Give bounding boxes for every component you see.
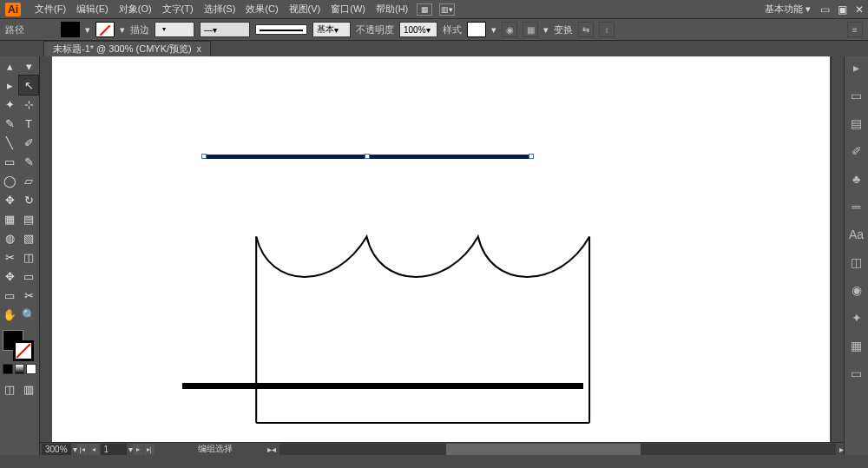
stroke-swatch[interactable] <box>95 22 115 37</box>
artboard-number-field[interactable]: 1 <box>101 444 127 455</box>
blob-brush-tool[interactable]: ◯ <box>0 171 19 190</box>
menu-edit[interactable]: 编辑(E) <box>71 3 114 16</box>
opacity-field[interactable]: 100% ▾ <box>399 22 437 37</box>
perspective-grid-tool[interactable]: ▧ <box>19 228 38 247</box>
free-transform-tool[interactable]: ▤ <box>19 209 38 228</box>
window-maximize[interactable]: ▣ <box>833 3 851 16</box>
canvas[interactable] <box>52 56 830 455</box>
fill-swatch[interactable] <box>61 22 80 37</box>
menu-type[interactable]: 文字(T) <box>157 3 199 16</box>
arrange-docs-icon[interactable]: ▦ <box>417 3 432 16</box>
panel-swatches-icon[interactable]: ▤ <box>849 115 865 131</box>
fill-menu-arrow[interactable]: ▾ <box>85 24 90 36</box>
align-icon[interactable]: ▦ <box>523 22 538 37</box>
panel-graphic-styles-icon[interactable]: ✦ <box>849 310 865 326</box>
control-menu-icon[interactable]: ≡ <box>847 22 863 37</box>
recolor-icon[interactable]: ◉ <box>502 22 517 37</box>
panel-paragraph-icon[interactable]: ◫ <box>849 254 865 270</box>
hscroll-left[interactable]: ◂ <box>272 445 276 454</box>
nav-first[interactable]: |◂ <box>77 444 88 455</box>
menu-file[interactable]: 文件(F) <box>30 3 71 16</box>
selection-handle-right[interactable] <box>529 154 534 159</box>
stroke-style-field[interactable]: 基本 ▾ <box>312 22 351 37</box>
document-tab[interactable]: 未标题-1* @ 300% (CMYK/预览) x <box>43 41 211 56</box>
document-title: 未标题-1* @ 300% (CMYK/预览) <box>53 43 192 56</box>
gradient-tool[interactable]: ◫ <box>19 247 38 267</box>
zoom-tool[interactable]: 🔍 <box>19 305 38 324</box>
bottom-bar-object[interactable] <box>182 383 583 389</box>
menu-object[interactable]: 对象(O) <box>114 3 157 16</box>
menu-window[interactable]: 窗口(W) <box>326 3 371 16</box>
transform-label[interactable]: 变换 <box>554 23 573 36</box>
rectangle-tool[interactable]: ✐ <box>19 133 38 152</box>
panel-symbols-icon[interactable]: ♣ <box>849 171 865 187</box>
screen-mode-icon[interactable]: ▥▾ <box>439 3 455 16</box>
fill-stroke-control[interactable] <box>0 327 38 362</box>
stroke-menu-arrow[interactable]: ▾ <box>120 24 125 36</box>
control-bar: 路径 ▾ ▾ 描边 ▾ — ▾ 基本 ▾ 不透明度 100% ▾ 样式 ▾ ◉ … <box>0 19 868 41</box>
panel-stroke-icon[interactable]: ═ <box>849 199 865 214</box>
pencil-tool[interactable]: ✎ <box>19 152 38 171</box>
pen-tool[interactable]: ✎ <box>0 114 19 133</box>
panel-appearance-icon[interactable]: ◉ <box>849 282 865 298</box>
opacity-label[interactable]: 不透明度 <box>356 23 394 36</box>
nav-next[interactable]: ▸ <box>133 444 143 455</box>
scale-tool[interactable]: ↻ <box>19 190 38 209</box>
screen-mode-full[interactable]: ▥ <box>19 379 38 399</box>
brush-definition[interactable] <box>255 24 307 35</box>
selection-handle-left[interactable] <box>201 154 207 159</box>
artboard-tool[interactable]: ▭ <box>0 286 19 305</box>
magic-wand-tool[interactable]: ✦ <box>0 95 19 114</box>
eyedropper-tool[interactable]: ✥ <box>0 267 19 286</box>
selection-type-label: 路径 <box>5 23 24 36</box>
color-mode-none[interactable] <box>26 364 36 374</box>
vertical-scrollbar[interactable] <box>831 56 844 455</box>
window-minimize[interactable]: ▭ <box>816 3 833 16</box>
transform-icon-1[interactable]: ⇆ <box>578 22 594 37</box>
panel-expand-icon[interactable]: ▸ <box>849 60 865 76</box>
panel-character-icon[interactable]: Aa <box>849 227 865 242</box>
eraser-tool[interactable]: ▱ <box>19 171 38 190</box>
transform-icon-2[interactable]: ↕ <box>599 22 615 37</box>
hscroll-right[interactable]: ▸ <box>839 445 844 454</box>
panel-layers-icon[interactable]: ▭ <box>849 366 865 381</box>
lasso-tool[interactable]: ⊹ <box>19 95 38 114</box>
workspace-switcher[interactable]: 基本功能 ▾ <box>760 3 816 16</box>
tab-close-icon[interactable]: x <box>197 44 201 54</box>
selection-tool[interactable]: ▸ <box>0 76 19 95</box>
direct-selection-tool[interactable]: ↖ <box>19 76 38 95</box>
panel-transparency-icon[interactable]: ▦ <box>849 338 865 353</box>
selection-handle-center[interactable] <box>365 154 370 159</box>
color-mode-fill[interactable] <box>3 364 13 374</box>
rotate-tool[interactable]: ✥ <box>0 190 19 209</box>
screen-mode-normal[interactable]: ◫ <box>0 379 19 399</box>
line-tool[interactable]: ╲ <box>0 133 19 152</box>
mesh-tool[interactable]: ✂ <box>0 247 19 267</box>
var-width-profile[interactable]: — ▾ <box>200 22 250 37</box>
menu-select[interactable]: 选择(S) <box>199 3 241 16</box>
menu-view[interactable]: 视图(V) <box>284 3 326 16</box>
shape-builder-tool[interactable]: ◍ <box>0 228 19 247</box>
blend-tool[interactable]: ▭ <box>19 267 38 286</box>
stroke-weight-field[interactable]: ▾ <box>155 22 194 37</box>
nav-prev[interactable]: ◂ <box>89 444 99 455</box>
status-bar: 300%▾ |◂ ◂ 1▾ ▸ ▸| 编组选择 ▸ ◂ ▸ <box>40 442 844 455</box>
stroke-label[interactable]: 描边 <box>130 23 149 36</box>
width-tool[interactable]: ▦ <box>0 209 19 228</box>
window-close[interactable]: ✕ <box>851 3 868 16</box>
horizontal-scrollbar[interactable] <box>279 444 836 455</box>
panel-brushes-icon[interactable]: ✐ <box>849 143 865 159</box>
hand-tool[interactable]: ✋ <box>0 305 19 324</box>
menu-help[interactable]: 帮助(H) <box>371 3 413 16</box>
artboard-nav: |◂ ◂ <box>77 444 99 455</box>
panel-color-icon[interactable]: ▭ <box>849 88 865 103</box>
hscroll-thumb[interactable] <box>446 444 641 455</box>
graphic-style-swatch[interactable] <box>467 22 486 37</box>
paintbrush-tool[interactable]: ▭ <box>0 152 19 171</box>
nav-last[interactable]: ▸| <box>144 444 155 455</box>
slice-tool[interactable]: ✂ <box>19 286 38 305</box>
type-tool[interactable]: T <box>19 114 38 133</box>
zoom-field[interactable]: 300% <box>42 444 71 455</box>
menu-effect[interactable]: 效果(C) <box>240 3 283 16</box>
color-mode-gradient[interactable] <box>15 364 25 374</box>
